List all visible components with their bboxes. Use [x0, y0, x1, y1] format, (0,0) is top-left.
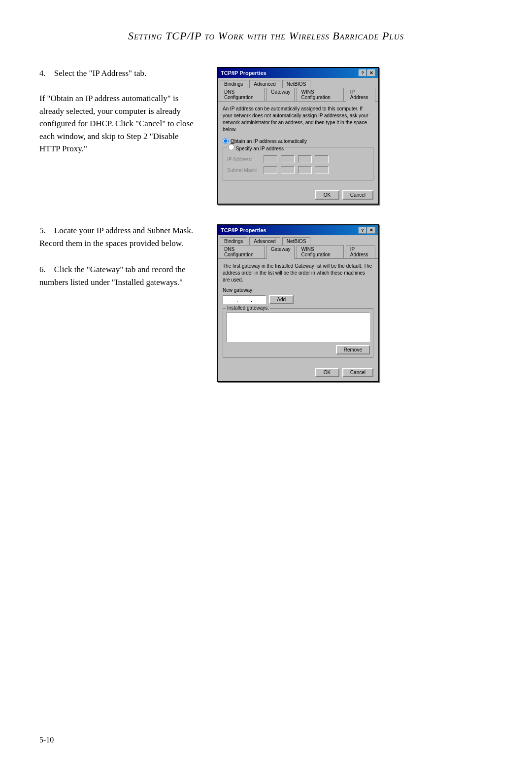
radio-obtain-auto-label: Obtain an IP address automatically [231, 139, 307, 144]
dialog2-tabs-row2: DNS Configuration Gateway WINS Configura… [218, 245, 378, 259]
dialog1-title: TCP/IP Properties [221, 70, 266, 76]
dialog1-title-buttons: ? ✕ [359, 70, 375, 76]
dialog2-container: TCP/IP Properties ? ✕ Bindings Advanced … [217, 224, 493, 382]
step4-number: 4. [39, 69, 46, 78]
specify-group: Specify an IP address IP Address: . . . [223, 147, 373, 180]
step6-instruction: 6. Click the "Gateway" tab and record th… [39, 263, 197, 288]
ip-seg1[interactable] [264, 155, 277, 163]
dialog2-tab-advanced[interactable]: Advanced [249, 237, 280, 245]
dialog2-tabs-row1: Bindings Advanced NetBIOS [218, 235, 378, 245]
step4-main-text: Select the "IP Address" tab. [54, 69, 146, 78]
subnet-seg3[interactable] [298, 166, 312, 174]
dialog2-tab-bindings[interactable]: Bindings [220, 237, 247, 245]
step5-number: 5. [39, 226, 46, 235]
dialog1-title-bar: TCP/IP Properties ? ✕ [218, 68, 378, 78]
gw-seg1[interactable] [225, 296, 235, 303]
dialog2-cancel-button[interactable]: Cancel [342, 368, 373, 377]
ip-seg2[interactable] [281, 155, 295, 163]
dialog2-tab-dns[interactable]: DNS Configuration [220, 245, 265, 258]
dialog2-tab-netbios[interactable]: NetBIOS [282, 237, 310, 245]
steps56-section: 5. Locate your IP address and Subnet Mas… [39, 224, 493, 382]
dialog1-tabs-row1: Bindings Advanced NetBIOS [218, 78, 378, 88]
subnet-mask-row: Subnet Mask: . . . [227, 166, 369, 174]
step4-subtext: If "Obtain an IP address automatically" … [39, 92, 197, 155]
tab-wins[interactable]: WINS Configuration [297, 88, 343, 101]
step6-number: 6. [39, 265, 46, 274]
dialog2-title: TCP/IP Properties [221, 227, 266, 233]
step4-instruction: 4. Select the "IP Address" tab. [39, 67, 197, 80]
dialog1-description: An IP address can be automatically assig… [223, 106, 373, 133]
dialog2-ok-button[interactable]: OK [315, 368, 339, 377]
tab-ip-address[interactable]: IP Address [346, 88, 375, 102]
new-gateway-label: New gateway: [223, 287, 373, 293]
dialog2-close-button[interactable]: ✕ [367, 227, 375, 234]
step4-section: 4. Select the "IP Address" tab. If "Obta… [39, 67, 493, 205]
dialog2-title-buttons: ? ✕ [359, 227, 375, 234]
ip-address-label: IP Address: [227, 157, 262, 162]
radio-obtain-auto[interactable]: Obtain an IP address automatically [223, 138, 373, 144]
tab-dns[interactable]: DNS Configuration [220, 88, 265, 101]
installed-gateways-list[interactable] [226, 313, 370, 342]
step5-text: Locate your IP address and Subnet Mask. … [39, 226, 193, 248]
radio-specify-input[interactable] [228, 144, 234, 150]
page-number: 5-10 [39, 736, 54, 744]
gateway-input-row: . . Add [223, 295, 373, 304]
dialog2-title-bar: TCP/IP Properties ? ✕ [218, 225, 378, 235]
dialog1-tabs-row2: DNS Configuration Gateway WINS Configura… [218, 88, 378, 102]
ip-seg3[interactable] [298, 155, 312, 163]
subnet-field: . . . [264, 166, 329, 174]
dialog1-body: An IP address can be automatically assig… [218, 102, 378, 187]
gateway-remove-button[interactable]: Remove [336, 345, 370, 354]
dialog1: TCP/IP Properties ? ✕ Bindings Advanced … [217, 67, 379, 205]
dialog1-help-button[interactable]: ? [359, 70, 366, 76]
dialog1-close-button[interactable]: ✕ [367, 70, 375, 76]
step6-text: Click the "Gateway" tab and record the n… [39, 265, 186, 287]
dialog2-description: The first gateway in the Installed Gatew… [223, 263, 373, 283]
step5-instruction: 5. Locate your IP address and Subnet Mas… [39, 224, 197, 249]
subnet-seg2[interactable] [281, 166, 295, 174]
gw-seg3[interactable] [253, 296, 264, 303]
ip-seg4[interactable] [315, 155, 329, 163]
subnet-seg1[interactable] [264, 166, 277, 174]
dialog2-tab-ip[interactable]: IP Address [346, 245, 375, 258]
steps56-text-col: 5. Locate your IP address and Subnet Mas… [39, 224, 197, 288]
dialog1-cancel-button[interactable]: Cancel [342, 190, 373, 200]
dialog2-help-button[interactable]: ? [359, 227, 366, 234]
installed-gateways-label: Installed gateways: [226, 305, 270, 311]
tab-bindings[interactable]: Bindings [220, 80, 247, 88]
dialog2-body: The first gateway in the Installed Gatew… [218, 259, 378, 365]
ip-address-field: . . . [264, 155, 329, 163]
subnet-seg4[interactable] [315, 166, 329, 174]
dialog2-footer: OK Cancel [218, 365, 378, 381]
installed-gateways-box: Installed gateways: Remove [223, 308, 373, 358]
radio-obtain-auto-input[interactable] [223, 138, 229, 144]
gw-seg2[interactable] [239, 296, 250, 303]
dialog2: TCP/IP Properties ? ✕ Bindings Advanced … [217, 224, 379, 382]
dialog2-tab-wins[interactable]: WINS Configuration [297, 245, 343, 258]
gateway-segments: . . [223, 295, 266, 304]
step4-text-col: 4. Select the "IP Address" tab. If "Obta… [39, 67, 197, 155]
gateway-add-button[interactable]: Add [269, 295, 294, 304]
dialog2-tab-gateway[interactable]: Gateway [266, 245, 295, 259]
page-title: Setting TCP/IP to Work with the Wireless… [39, 30, 493, 42]
tab-gateway[interactable]: Gateway [266, 88, 295, 101]
ip-address-row: IP Address: . . . [227, 155, 369, 163]
dialog1-footer: OK Cancel [218, 187, 378, 204]
radio-specify-label: Specify an IP address [236, 146, 284, 151]
remove-btn-row: Remove [226, 345, 370, 354]
tab-netbios[interactable]: NetBIOS [282, 80, 310, 88]
subnet-mask-label: Subnet Mask: [227, 168, 262, 173]
tab-advanced[interactable]: Advanced [249, 80, 280, 88]
dialog1-container: TCP/IP Properties ? ✕ Bindings Advanced … [217, 67, 493, 205]
dialog1-ok-button[interactable]: OK [315, 190, 339, 200]
